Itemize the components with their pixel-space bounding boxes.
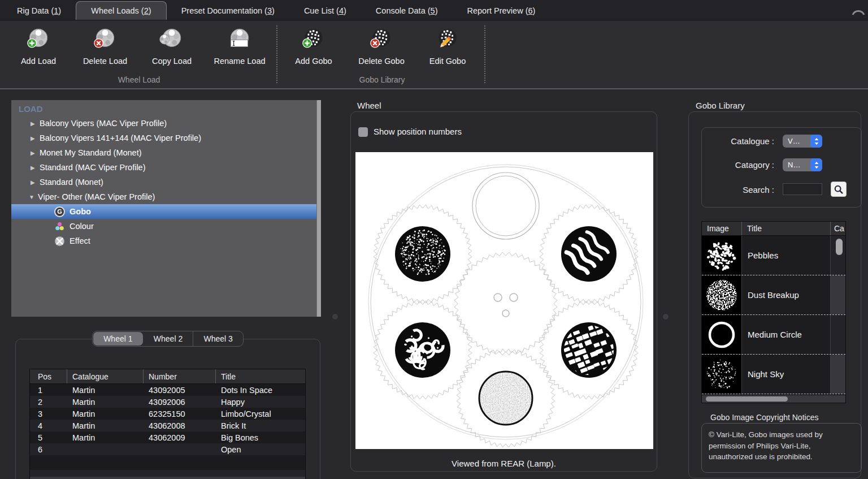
tab-preset-documentation[interactable]: Preset Documentation (3): [167, 1, 289, 20]
tree-item-balcony-vipers-141-144[interactable]: ▶Balcony Vipers 141+144 (MAC Viper Profi…: [11, 131, 321, 145]
gobo-table-header: Image Title Ca: [702, 222, 845, 236]
tab-label: ): [533, 6, 536, 15]
tab-console-data[interactable]: Console Data (5): [361, 1, 453, 20]
disclosure-triangle-icon[interactable]: ▶: [31, 150, 40, 156]
tab-wheel-3[interactable]: Wheel 3: [193, 331, 243, 346]
cell-number: 43092005: [144, 384, 216, 396]
copyright-notices-title: Gobo Image Copyright Notices: [710, 413, 818, 422]
disclosure-triangle-icon[interactable]: ▶: [31, 179, 40, 185]
rename-load-button[interactable]: Rename Load: [206, 25, 273, 66]
delete-gobo-button[interactable]: Delete Gobo: [348, 25, 415, 66]
tree-item-label: Monet My Standard (Monet): [40, 148, 142, 157]
cell-title: Open: [216, 443, 305, 455]
tree-item-gobo[interactable]: G Gobo: [11, 204, 321, 219]
tab-label: ): [272, 6, 275, 15]
tree-item-effect[interactable]: Effect: [11, 234, 321, 248]
tab-label: Console Data (: [376, 6, 431, 15]
gobo-title: Medium Circle: [742, 315, 831, 354]
toolbar-button-label: Edit Gobo: [414, 57, 481, 66]
tree-item-label: Effect: [70, 236, 90, 245]
column-header-title[interactable]: Title: [742, 222, 831, 235]
disclosure-triangle-icon[interactable]: ▶: [31, 120, 40, 127]
search-button[interactable]: [831, 182, 847, 197]
effect-sphere-icon: [54, 236, 65, 247]
gobo-edit-icon: [433, 25, 462, 54]
tree-item-standard-monet[interactable]: ▶Standard (Monet): [11, 175, 321, 189]
wheel-tab-bar: Wheel 1 Wheel 2 Wheel 3: [92, 331, 244, 347]
tree-scrollbar[interactable]: [316, 100, 321, 317]
catalogue-dropdown[interactable]: V…: [783, 135, 822, 148]
tab-label: Cue List (: [304, 6, 339, 15]
tab-rig-data[interactable]: Rig Data (1): [2, 1, 76, 20]
column-header-image[interactable]: Image: [702, 222, 742, 235]
load-tree: LOAD ▶Balcony Vipers (MAC Viper Profile)…: [11, 100, 321, 317]
copyright-notices-text: © Vari-Lite, Gobo images used by permiss…: [701, 423, 862, 473]
table-row[interactable]: 4Martin43062008Brick It: [30, 420, 305, 431]
cell-pos: 2: [30, 396, 67, 408]
tree-item-label: Viper- Other (MAC Viper Profile): [38, 192, 155, 201]
category-dropdown[interactable]: N…: [783, 158, 822, 171]
add-load-button[interactable]: Add Load: [5, 25, 72, 66]
scrollbar-thumb[interactable]: [836, 239, 843, 255]
cell-number: 62325150: [144, 408, 216, 420]
column-header-pos[interactable]: Pos: [30, 369, 67, 383]
column-header-title[interactable]: Title: [216, 369, 305, 383]
gobo-thumbnail: [702, 355, 742, 394]
copy-load-button[interactable]: Copy Load: [138, 25, 205, 66]
show-position-numbers-checkbox[interactable]: [358, 127, 368, 137]
disclosure-triangle-icon[interactable]: ▶: [31, 135, 40, 141]
scrollbar-thumb[interactable]: [706, 396, 788, 402]
tab-report-preview[interactable]: Report Preview (6): [453, 1, 550, 20]
tab-wheel-2[interactable]: Wheel 2: [144, 331, 193, 346]
toolbar-group-label: Gobo Library: [316, 75, 448, 84]
tree-item-balcony-vipers[interactable]: ▶Balcony Vipers (MAC Viper Profile): [11, 116, 321, 131]
table-row[interactable]: 3Martin62325150Limbo/Crystal: [30, 408, 305, 420]
tree-item-monet-my-standard[interactable]: ▶Monet My Standard (Monet): [11, 145, 321, 160]
tab-cue-list[interactable]: Cue List (4): [289, 1, 361, 20]
tree-item-standard-mac-viper[interactable]: ▶Standard (MAC Viper Profile): [11, 160, 321, 175]
gobo-wheel-diagram: [355, 152, 653, 449]
column-header-catalogue[interactable]: Catalogue: [67, 369, 144, 383]
gobo-row-dust-breakup[interactable]: Dust Breakup: [702, 275, 845, 315]
tree-item-colour[interactable]: Colour: [11, 219, 321, 234]
gobo-table-vertical-scrollbar[interactable]: [835, 236, 843, 395]
delete-load-button[interactable]: Delete Load: [72, 25, 138, 66]
column-header-catalogue[interactable]: Ca: [831, 222, 845, 235]
table-row[interactable]: 5Martin43062009Big Bones: [30, 431, 305, 443]
tab-label: ): [149, 6, 151, 15]
table-header-row: Pos Catalogue Number Title: [30, 369, 305, 384]
table-horizontal-scrollbar[interactable]: [30, 477, 305, 479]
app-window: Rig Data (1) Wheel Loads (2) Preset Docu…: [0, 0, 868, 479]
tab-bar: Rig Data (1) Wheel Loads (2) Preset Docu…: [0, 0, 868, 20]
tree-item-viper-other[interactable]: ▼Viper- Other (MAC Viper Profile): [11, 189, 321, 204]
tab-wheel-loads[interactable]: Wheel Loads (2): [76, 1, 166, 20]
column-header-number[interactable]: Number: [144, 369, 216, 383]
gobo-row-night-sky[interactable]: Night Sky: [702, 355, 845, 394]
cell-catalogue: Martin: [67, 408, 144, 420]
gobo-row-pebbles[interactable]: Pebbles: [702, 236, 845, 275]
edit-gobo-button[interactable]: Edit Gobo: [414, 25, 481, 66]
splitter-handle[interactable]: [663, 314, 669, 320]
tab-label: Report Preview (: [467, 6, 528, 15]
table-row[interactable]: 6Open: [30, 443, 305, 455]
search-label: Search :: [712, 185, 774, 195]
tree-item-label: Gobo: [70, 207, 91, 216]
cell-number: 43062009: [144, 431, 216, 443]
add-gobo-button[interactable]: Add Gobo: [280, 25, 347, 66]
disclosure-triangle-icon[interactable]: ▶: [31, 165, 40, 171]
cell-number: [144, 443, 216, 455]
table-row[interactable]: 2Martin43092006Happy: [30, 396, 305, 408]
search-input[interactable]: [783, 183, 822, 195]
gobo-wheel-icon: G: [54, 206, 65, 217]
table-row[interactable]: 1Martin43092005Dots In Space: [30, 384, 305, 396]
table-row-empty: [30, 455, 305, 470]
tab-accel: 1: [54, 6, 58, 15]
splitter-handle[interactable]: [332, 314, 338, 320]
disclosure-triangle-icon[interactable]: ▼: [29, 194, 38, 200]
cell-catalogue: [67, 443, 144, 455]
tab-accel: 2: [144, 6, 149, 15]
cell-pos: 3: [30, 408, 67, 420]
gobo-table-horizontal-scrollbar[interactable]: [702, 395, 845, 403]
gobo-row-medium-circle[interactable]: Medium Circle: [702, 315, 845, 355]
tab-wheel-1[interactable]: Wheel 1: [93, 332, 143, 346]
